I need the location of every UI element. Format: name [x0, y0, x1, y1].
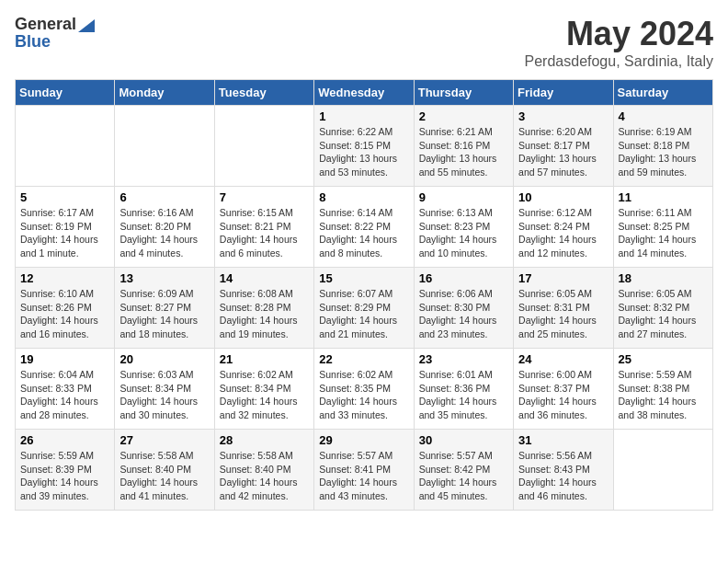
day-number: 26: [20, 433, 109, 447]
day-info: Sunrise: 5:58 AMSunset: 8:40 PMDaylight:…: [119, 449, 209, 503]
calendar-cell: 6Sunrise: 6:16 AMSunset: 8:20 PMDaylight…: [115, 187, 214, 268]
calendar-cell: 10Sunrise: 6:12 AMSunset: 8:24 PMDayligh…: [514, 187, 613, 268]
day-info: Sunrise: 5:58 AMSunset: 8:40 PMDaylight:…: [220, 449, 309, 503]
day-info: Sunrise: 6:10 AMSunset: 8:26 PMDaylight:…: [20, 287, 109, 341]
calendar-cell: 13Sunrise: 6:09 AMSunset: 8:27 PMDayligh…: [115, 268, 214, 349]
calendar-cell: [115, 106, 214, 187]
day-number: 21: [220, 352, 309, 366]
day-number: 19: [20, 352, 109, 366]
calendar-cell: 8Sunrise: 6:14 AMSunset: 8:22 PMDaylight…: [314, 187, 414, 268]
calendar-cell: 30Sunrise: 5:57 AMSunset: 8:42 PMDayligh…: [414, 430, 513, 511]
day-info: Sunrise: 6:15 AMSunset: 8:21 PMDaylight:…: [220, 206, 309, 260]
calendar-cell: 25Sunrise: 5:59 AMSunset: 8:38 PMDayligh…: [613, 349, 712, 430]
header-day-tuesday: Tuesday: [214, 80, 313, 106]
calendar-cell: 22Sunrise: 6:02 AMSunset: 8:35 PMDayligh…: [314, 349, 414, 430]
logo-general-text: General: [15, 15, 76, 34]
header-day-sunday: Sunday: [16, 80, 115, 106]
header-day-thursday: Thursday: [414, 80, 513, 106]
calendar-header-row: SundayMondayTuesdayWednesdayThursdayFrid…: [16, 80, 713, 106]
header-day-saturday: Saturday: [613, 80, 712, 106]
day-info: Sunrise: 6:05 AMSunset: 8:31 PMDaylight:…: [518, 287, 608, 341]
calendar-week-row: 12Sunrise: 6:10 AMSunset: 8:26 PMDayligh…: [16, 268, 713, 349]
day-info: Sunrise: 6:08 AMSunset: 8:28 PMDaylight:…: [220, 287, 309, 341]
day-info: Sunrise: 6:11 AMSunset: 8:25 PMDaylight:…: [619, 206, 708, 260]
day-number: 6: [119, 190, 209, 204]
day-info: Sunrise: 6:13 AMSunset: 8:23 PMDaylight:…: [419, 206, 508, 260]
calendar-cell: [613, 430, 712, 511]
day-info: Sunrise: 6:06 AMSunset: 8:30 PMDaylight:…: [419, 287, 508, 341]
day-info: Sunrise: 6:14 AMSunset: 8:22 PMDaylight:…: [319, 206, 408, 260]
calendar-week-row: 1Sunrise: 6:22 AMSunset: 8:15 PMDaylight…: [16, 106, 713, 187]
calendar-cell: 28Sunrise: 5:58 AMSunset: 8:40 PMDayligh…: [214, 430, 313, 511]
calendar-cell: 7Sunrise: 6:15 AMSunset: 8:21 PMDaylight…: [214, 187, 313, 268]
calendar-cell: 26Sunrise: 5:59 AMSunset: 8:39 PMDayligh…: [16, 430, 115, 511]
day-info: Sunrise: 6:05 AMSunset: 8:32 PMDaylight:…: [619, 287, 708, 341]
day-number: 22: [319, 352, 408, 366]
day-number: 1: [319, 109, 408, 123]
day-number: 17: [518, 271, 608, 285]
day-info: Sunrise: 6:00 AMSunset: 8:37 PMDaylight:…: [518, 368, 608, 422]
day-number: 11: [619, 190, 708, 204]
svg-marker-0: [78, 19, 95, 32]
day-number: 2: [419, 109, 508, 123]
calendar-cell: 1Sunrise: 6:22 AMSunset: 8:15 PMDaylight…: [314, 106, 414, 187]
day-number: 3: [518, 109, 608, 123]
month-title: May 2024: [525, 15, 713, 53]
header-day-monday: Monday: [115, 80, 214, 106]
calendar-cell: 18Sunrise: 6:05 AMSunset: 8:32 PMDayligh…: [613, 268, 712, 349]
day-info: Sunrise: 6:19 AMSunset: 8:18 PMDaylight:…: [619, 125, 708, 179]
day-number: 18: [619, 271, 708, 285]
calendar-cell: 24Sunrise: 6:00 AMSunset: 8:37 PMDayligh…: [514, 349, 613, 430]
day-info: Sunrise: 5:56 AMSunset: 8:43 PMDaylight:…: [518, 449, 608, 503]
day-number: 20: [119, 352, 209, 366]
day-info: Sunrise: 6:07 AMSunset: 8:29 PMDaylight:…: [319, 287, 408, 341]
day-number: 7: [220, 190, 309, 204]
calendar-cell: 3Sunrise: 6:20 AMSunset: 8:17 PMDaylight…: [514, 106, 613, 187]
calendar-cell: 19Sunrise: 6:04 AMSunset: 8:33 PMDayligh…: [16, 349, 115, 430]
day-info: Sunrise: 6:09 AMSunset: 8:27 PMDaylight:…: [119, 287, 209, 341]
day-number: 13: [119, 271, 209, 285]
calendar-cell: 11Sunrise: 6:11 AMSunset: 8:25 PMDayligh…: [613, 187, 712, 268]
calendar-cell: 21Sunrise: 6:02 AMSunset: 8:34 PMDayligh…: [214, 349, 313, 430]
calendar-cell: 31Sunrise: 5:56 AMSunset: 8:43 PMDayligh…: [514, 430, 613, 511]
calendar-cell: 15Sunrise: 6:07 AMSunset: 8:29 PMDayligh…: [314, 268, 414, 349]
day-info: Sunrise: 6:02 AMSunset: 8:34 PMDaylight:…: [220, 368, 309, 422]
day-info: Sunrise: 5:57 AMSunset: 8:41 PMDaylight:…: [319, 449, 408, 503]
calendar-cell: [16, 106, 115, 187]
day-number: 29: [319, 433, 408, 447]
calendar-cell: 27Sunrise: 5:58 AMSunset: 8:40 PMDayligh…: [115, 430, 214, 511]
logo: General Blue: [15, 15, 95, 52]
calendar-cell: [214, 106, 313, 187]
day-number: 10: [518, 190, 608, 204]
day-number: 31: [518, 433, 608, 447]
day-number: 12: [20, 271, 109, 285]
day-number: 25: [619, 352, 708, 366]
location: Perdasdefogu, Sardinia, Italy: [525, 53, 713, 70]
day-number: 23: [419, 352, 508, 366]
day-number: 15: [319, 271, 408, 285]
header-day-wednesday: Wednesday: [314, 80, 414, 106]
page-header: General Blue May 2024 Perdasdefogu, Sard…: [15, 15, 713, 70]
day-info: Sunrise: 6:01 AMSunset: 8:36 PMDaylight:…: [419, 368, 508, 422]
day-number: 8: [319, 190, 408, 204]
title-block: May 2024 Perdasdefogu, Sardinia, Italy: [525, 15, 713, 70]
logo-icon: [78, 16, 95, 32]
day-info: Sunrise: 6:04 AMSunset: 8:33 PMDaylight:…: [20, 368, 109, 422]
day-info: Sunrise: 6:22 AMSunset: 8:15 PMDaylight:…: [319, 125, 408, 179]
day-number: 14: [220, 271, 309, 285]
calendar-cell: 14Sunrise: 6:08 AMSunset: 8:28 PMDayligh…: [214, 268, 313, 349]
calendar-cell: 4Sunrise: 6:19 AMSunset: 8:18 PMDaylight…: [613, 106, 712, 187]
header-day-friday: Friday: [514, 80, 613, 106]
day-info: Sunrise: 6:03 AMSunset: 8:34 PMDaylight:…: [119, 368, 209, 422]
day-info: Sunrise: 6:02 AMSunset: 8:35 PMDaylight:…: [319, 368, 408, 422]
day-number: 28: [220, 433, 309, 447]
calendar-cell: 16Sunrise: 6:06 AMSunset: 8:30 PMDayligh…: [414, 268, 513, 349]
calendar-week-row: 19Sunrise: 6:04 AMSunset: 8:33 PMDayligh…: [16, 349, 713, 430]
day-number: 16: [419, 271, 508, 285]
calendar-cell: 9Sunrise: 6:13 AMSunset: 8:23 PMDaylight…: [414, 187, 513, 268]
day-info: Sunrise: 6:16 AMSunset: 8:20 PMDaylight:…: [119, 206, 209, 260]
day-info: Sunrise: 6:21 AMSunset: 8:16 PMDaylight:…: [419, 125, 508, 179]
calendar-cell: 29Sunrise: 5:57 AMSunset: 8:41 PMDayligh…: [314, 430, 414, 511]
calendar-cell: 17Sunrise: 6:05 AMSunset: 8:31 PMDayligh…: [514, 268, 613, 349]
calendar-table: SundayMondayTuesdayWednesdayThursdayFrid…: [15, 79, 713, 511]
